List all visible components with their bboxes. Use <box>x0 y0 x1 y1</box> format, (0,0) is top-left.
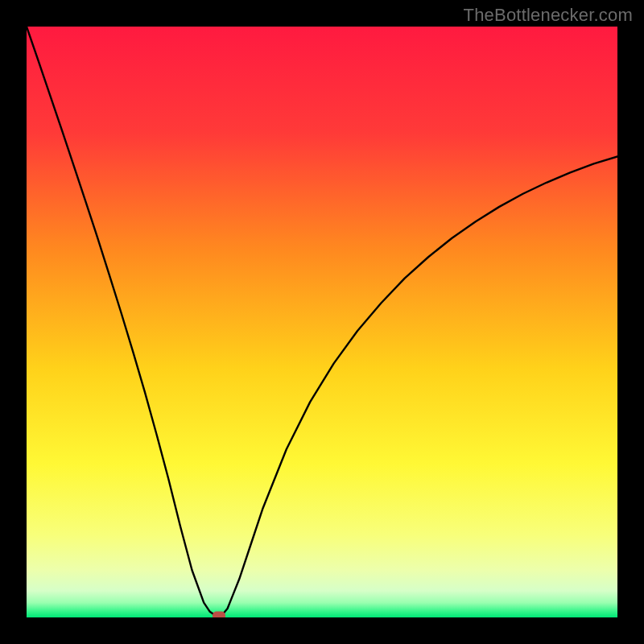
chart-frame: TheBottlenecker.com <box>0 0 644 644</box>
curve-layer <box>27 27 617 617</box>
optimal-point-marker <box>213 612 225 617</box>
bottleneck-curve <box>27 27 617 616</box>
watermark-text: TheBottlenecker.com <box>464 5 633 26</box>
plot-area <box>27 27 617 617</box>
